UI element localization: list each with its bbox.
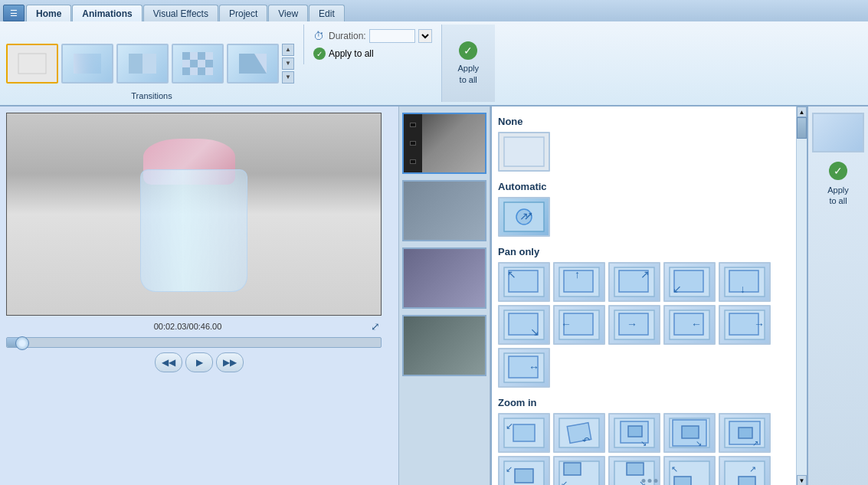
timeline-clip-4[interactable] — [402, 315, 486, 376]
effect-none[interactable] — [498, 132, 550, 172]
app-menu-button[interactable]: ☰ — [3, 5, 25, 21]
effect-pan-down-right[interactable]: ↘ — [498, 305, 550, 345]
svg-rect-9 — [182, 60, 190, 67]
effect-zoom-in-2[interactable]: ↶ — [553, 413, 605, 453]
scroll-up-button[interactable]: ▲ — [797, 107, 807, 117]
effect-pan-right[interactable]: → — [719, 305, 771, 345]
effect-zoom-in-1[interactable]: ↙ — [498, 413, 550, 453]
apply-all-panel[interactable]: ✓ Applyto all — [441, 25, 495, 102]
svg-rect-14 — [190, 67, 198, 75]
progress-thumb[interactable] — [15, 336, 29, 350]
clip-thumbnail-2 — [404, 182, 485, 240]
transition-scroll-up[interactable]: ▲ — [282, 44, 294, 56]
automatic-grid: ↗ — [498, 197, 793, 237]
transition-thumb-fade[interactable] — [61, 44, 113, 84]
playback-controls: ◀◀ ▶ ▶▶ — [6, 352, 392, 372]
timeline-strip — [398, 107, 490, 485]
apply-to-all-row[interactable]: ✓ Apply to all — [313, 48, 432, 60]
scroll-thumb-vertical[interactable] — [797, 117, 807, 139]
effect-pan-up-left[interactable]: ↖ — [498, 262, 550, 302]
effect-zoom-in-6[interactable]: ↙ — [498, 456, 550, 485]
svg-text:↙: ↙ — [506, 464, 513, 474]
svg-text:↗: ↗ — [640, 268, 650, 280]
effect-pan-down-left[interactable]: ↙ — [663, 262, 716, 302]
prev-frame-button[interactable]: ◀◀ — [155, 352, 182, 372]
film-hole — [410, 141, 416, 146]
effect-zoom-in-9[interactable]: ↖ — [663, 456, 716, 485]
video-preview-section: 00:02.03/00:46.00 ⤢ ◀◀ ▶ ▶▶ — [0, 107, 398, 485]
ribbon-container: ☰ Home Animations Visual Effects Project… — [0, 0, 868, 107]
transition-thumb-blank[interactable] — [6, 44, 58, 84]
svg-rect-78 — [515, 469, 533, 483]
svg-rect-13 — [182, 67, 190, 75]
apply-check-icon-right: ✓ — [829, 162, 847, 180]
effect-zoom-in-10[interactable]: ↗ — [719, 456, 771, 485]
effect-zoom-in-7[interactable]: ↙ — [553, 456, 605, 485]
next-frame-button[interactable]: ▶▶ — [216, 352, 244, 372]
section-label-automatic: Automatic — [498, 178, 793, 197]
tab-edit[interactable]: Edit — [309, 5, 345, 21]
effect-zoom-in-3[interactable]: ↘ — [608, 413, 660, 453]
dot — [647, 479, 651, 483]
none-grid — [498, 132, 793, 172]
svg-text:↙: ↙ — [506, 421, 513, 431]
transition-thumb-diagonal[interactable] — [227, 44, 279, 84]
svg-rect-15 — [198, 67, 205, 75]
effect-pan-right2[interactable]: ↔ — [498, 348, 550, 388]
duration-input[interactable] — [369, 29, 415, 43]
tab-view[interactable]: View — [268, 5, 308, 21]
tab-project[interactable]: Project — [219, 5, 267, 21]
effects-scrollable[interactable]: None Automatic ↗ — [492, 107, 807, 485]
effect-pan-down[interactable]: ↓ — [719, 262, 771, 302]
apply-to-all-label: Apply to all — [329, 48, 374, 59]
clip-image-2 — [404, 182, 485, 240]
effect-pan-up[interactable]: ↑ — [553, 262, 605, 302]
transition-scroll-arrows: ▲ ▼ ▼ — [282, 44, 294, 84]
clip-image-3 — [404, 249, 485, 307]
svg-text:↘: ↘ — [640, 439, 647, 447]
apply-button-label: Applyto all — [827, 185, 849, 207]
effect-zoom-in-5[interactable]: ↗ — [719, 413, 771, 453]
play-button[interactable]: ▶ — [185, 352, 213, 372]
clip-thumbnail-1 — [404, 114, 485, 172]
transition-thumbnails — [6, 44, 279, 84]
apply-check-circle: ✓ — [459, 41, 477, 60]
timeline-clip-1[interactable] — [402, 113, 486, 174]
transition-scroll-expand[interactable]: ▼ — [282, 71, 294, 84]
effects-scrollbar[interactable]: ▲ ▼ — [796, 107, 807, 485]
expand-icon[interactable]: ⤢ — [371, 320, 380, 333]
svg-text:↙: ↙ — [561, 479, 568, 485]
tab-home[interactable]: Home — [26, 5, 71, 21]
svg-text:↓: ↓ — [740, 283, 745, 295]
effect-pan-mid-left[interactable]: ← — [663, 305, 716, 345]
transition-thumb-wipe[interactable] — [116, 44, 169, 84]
transition-scroll-down[interactable]: ▼ — [282, 57, 294, 70]
section-label-zoom-in: Zoom in — [498, 394, 793, 413]
right-apply-panel: ✓ Applyto all — [807, 107, 868, 485]
effect-pan-up-right[interactable]: ↗ — [608, 262, 660, 302]
effect-pan-left[interactable]: ← — [553, 305, 605, 345]
duration-dropdown[interactable]: ▼ — [418, 29, 432, 43]
transition-thumb-checker[interactable] — [172, 44, 224, 84]
svg-text:↘: ↘ — [530, 326, 539, 338]
apply-check-icon: ✓ — [313, 48, 326, 60]
effect-pan-mid-right[interactable]: → — [608, 305, 660, 345]
zoom-in-grid: ↙ ↶ ↘ — [498, 413, 793, 485]
apply-button[interactable]: ✓ Applyto all — [827, 162, 849, 207]
pan-only-grid: ↖ ↑ ↗ — [498, 262, 793, 388]
progress-bar[interactable] — [6, 337, 382, 348]
timeline-clip-3[interactable] — [402, 247, 486, 309]
svg-text:↖: ↖ — [671, 464, 678, 474]
scroll-down-button[interactable]: ▼ — [797, 475, 807, 485]
tab-animations[interactable]: Animations — [72, 5, 142, 21]
effect-zoom-in-4[interactable]: ↘ — [663, 413, 716, 453]
time-display: 00:02.03/00:46.00 — [154, 322, 225, 331]
svg-rect-0 — [18, 54, 46, 74]
timeline-clip-2[interactable] — [402, 180, 486, 241]
svg-text:→: → — [754, 318, 765, 330]
effect-auto[interactable]: ↗ — [498, 197, 550, 237]
svg-rect-66 — [628, 426, 642, 437]
effects-panel: None Automatic ↗ — [490, 107, 807, 485]
svg-text:←: ← — [691, 318, 702, 330]
tab-visual-effects[interactable]: Visual Effects — [143, 5, 218, 21]
